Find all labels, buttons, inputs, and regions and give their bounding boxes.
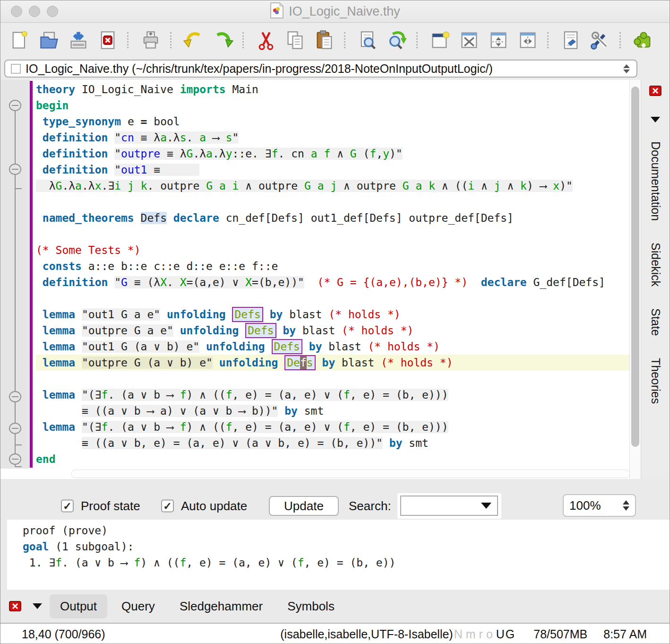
close-dock-button[interactable] xyxy=(649,86,661,96)
buffer-path: IO_Logic_Naive.thy (~/chris/trunk/tex/pa… xyxy=(26,62,619,76)
buffer-bar: IO_Logic_Naive.thy (~/chris/trunk/tex/pa… xyxy=(0,58,670,80)
memory-indicator[interactable]: 78/507MB xyxy=(533,627,587,641)
zoom-down-icon xyxy=(623,506,629,511)
code-line: goal (1 subgoal): xyxy=(23,539,395,555)
window-title: IO_Logic_Naive.thy xyxy=(289,4,400,19)
split-horizontal-button[interactable] xyxy=(487,28,510,52)
clock: 8:57 AM xyxy=(603,627,647,641)
combo-dropdown-icon[interactable] xyxy=(481,503,491,509)
find-button[interactable] xyxy=(356,28,379,52)
change-marker-bar xyxy=(30,81,33,468)
tab-output[interactable]: Output xyxy=(50,594,107,618)
code-line: lemma "outpre G a e" unfolding Defs by b… xyxy=(36,322,630,339)
check-icon: ✓ xyxy=(63,500,71,512)
code-line: definition "out1 ≡ xyxy=(36,162,630,178)
dock-menu-icon[interactable] xyxy=(651,117,660,122)
buffer-mode: (isabelle,isabelle,UTF-8-Isabelle) xyxy=(280,627,453,641)
fold-markers xyxy=(0,80,30,469)
code-editor[interactable]: theory IO_Logic_Naive imports Mainbegin … xyxy=(36,81,630,467)
redo-button[interactable] xyxy=(211,28,235,52)
code-line xyxy=(36,371,630,387)
auto-update-label: Auto update xyxy=(181,499,247,513)
update-button[interactable]: Update xyxy=(269,496,339,516)
toolbar xyxy=(0,22,670,58)
code-line: lemma "out1 G a e" unfolding Defs by bla… xyxy=(36,306,630,322)
theory-file-icon xyxy=(270,2,284,20)
print-button[interactable] xyxy=(139,28,163,52)
dock-tab-theories[interactable]: Theories xyxy=(649,358,662,404)
vertical-scrollbar[interactable] xyxy=(629,80,641,479)
cut-button[interactable] xyxy=(254,28,278,52)
search-combo-halo xyxy=(397,493,501,519)
proof-state-checkbox[interactable]: ✓ xyxy=(61,500,74,513)
search-label: Search: xyxy=(349,499,391,513)
close-buffer-button[interactable] xyxy=(96,28,120,52)
code-line: λG.λa.λx.∃i j k. outpre G a i ∧ outpre G… xyxy=(36,178,630,194)
new-view-button[interactable] xyxy=(428,28,452,52)
tools-button[interactable] xyxy=(588,28,612,52)
dock-tab-sidekick[interactable]: Sidekick xyxy=(649,243,662,287)
status-flags-off: Nmro xyxy=(454,627,496,641)
fold-gutter[interactable] xyxy=(0,80,30,469)
dock-tab-state[interactable]: State xyxy=(649,308,662,336)
open-file-button[interactable] xyxy=(37,28,61,52)
new-file-button[interactable] xyxy=(8,28,32,52)
unsplit-button[interactable] xyxy=(457,28,481,52)
buffer-selector[interactable]: IO_Logic_Naive.thy (~/chris/trunk/tex/pa… xyxy=(4,60,637,78)
titlebar: IO_Logic_Naive.thy xyxy=(0,0,670,23)
dock-tab-documentation[interactable]: Documentation xyxy=(649,141,662,221)
code-line: consts a::e b::e c::e d::e e::e f::e xyxy=(36,258,630,274)
code-line: (* Some Tests *) xyxy=(36,242,630,258)
output-dock: ✓ Proof state ✓ Auto update Update Searc… xyxy=(0,479,670,644)
undo-button[interactable] xyxy=(182,28,206,52)
paste-button[interactable] xyxy=(313,28,336,52)
copy-button[interactable] xyxy=(283,28,307,52)
find-next-button[interactable] xyxy=(385,28,409,52)
output-controls: ✓ Proof state ✓ Auto update Update Searc… xyxy=(0,492,670,520)
code-line: lemma "(∃f. (a ∨ b ⟶ f) ∧ ((f, e) = (a, … xyxy=(36,419,630,435)
output-panel[interactable]: proof (prove)goal (1 subgoal): 1. ∃f. (a… xyxy=(7,520,670,590)
buffer-status-icon xyxy=(11,64,21,74)
buffer-stepper[interactable] xyxy=(619,61,634,76)
tab-symbols[interactable]: Symbols xyxy=(277,594,345,618)
code-line: ≡ ((a ∨ b ⟶ a) ∨ (a ∨ b ⟶ b))" by smt xyxy=(36,403,630,419)
code-line: end xyxy=(36,451,630,467)
close-output-dock-button[interactable] xyxy=(9,601,21,611)
zoom-spinner[interactable]: 100% xyxy=(563,494,636,517)
auto-update-checkbox[interactable]: ✓ xyxy=(161,500,174,513)
buffer-down-icon xyxy=(623,70,630,73)
bottom-tabs-row: Output Query Sledgehammer Symbols xyxy=(0,590,670,623)
toolbar-separator xyxy=(170,32,174,48)
code-line: definition "cn ≡ λa.λs. a ⟶ s" xyxy=(36,130,630,146)
code-line: lemma "(∃f. (a ∨ b ⟶ f) ∧ ((f, e) = (a, … xyxy=(36,387,630,403)
vertical-scrollbar-thumb[interactable] xyxy=(631,87,639,447)
buffer-options-button[interactable] xyxy=(559,28,583,52)
status-bar: 18,40 (700/966) (isabelle,isabelle,UTF-8… xyxy=(0,623,670,644)
horizontal-scrollbar[interactable] xyxy=(71,470,630,478)
toolbar-separator xyxy=(619,32,624,48)
code-line: type_synonym e = bool xyxy=(36,113,630,130)
code-line: definition "G ≡ (λX. X=(a,e) ∨ X=(b,e))"… xyxy=(36,274,630,290)
proof-state-output: proof (prove)goal (1 subgoal): 1. ∃f. (a… xyxy=(23,522,395,571)
zoom-value: 100% xyxy=(569,498,601,513)
tab-sledgehammer[interactable]: Sledgehammer xyxy=(169,594,273,618)
code-line: begin xyxy=(36,97,630,113)
check-icon: ✓ xyxy=(163,500,172,512)
toolbar-separator xyxy=(547,32,551,48)
code-line xyxy=(36,226,630,242)
search-input[interactable] xyxy=(400,496,498,516)
code-line: ≡ ((a ∨ b, e) = (a, e) ∨ (a ∨ b, e) = (b… xyxy=(36,435,630,451)
tab-query[interactable]: Query xyxy=(111,594,165,618)
toolbar-separator xyxy=(416,32,421,48)
code-line: 1. ∃f. (a ∨ b ⟶ f) ∧ ((f, e) = (a, e) ∨ … xyxy=(23,555,395,571)
save-file-button[interactable] xyxy=(67,28,90,52)
toolbar-separator xyxy=(344,32,348,48)
toolbar-separator xyxy=(242,32,247,48)
code-line xyxy=(36,194,630,210)
zoom-up-icon xyxy=(623,500,629,505)
plugin-manager-button[interactable] xyxy=(631,28,655,52)
proof-state-label: Proof state xyxy=(81,499,140,513)
output-dock-menu-icon[interactable] xyxy=(33,603,42,609)
zoom-stepper[interactable] xyxy=(623,500,629,511)
split-vertical-button[interactable] xyxy=(516,28,540,52)
